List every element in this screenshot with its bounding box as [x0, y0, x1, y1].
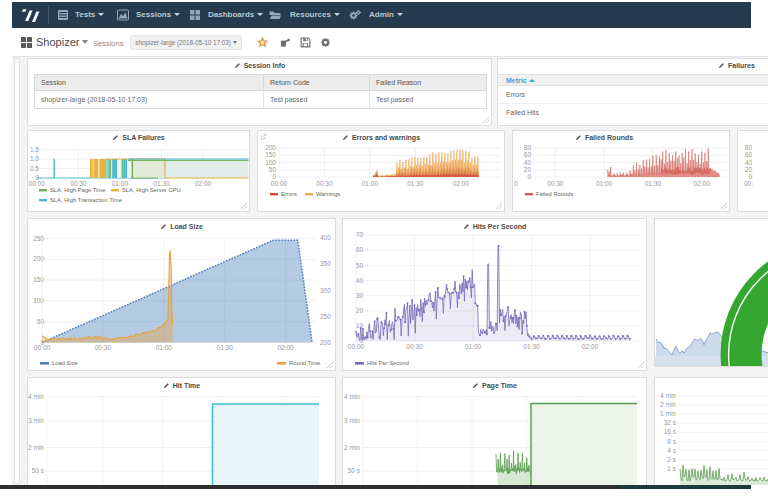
svg-text:32 s: 32 s: [664, 419, 677, 426]
svg-text:2 min: 2 min: [28, 444, 44, 451]
svg-text:01:00: 01:00: [362, 180, 379, 187]
svg-text:100: 100: [33, 297, 44, 304]
svg-text:80: 80: [524, 144, 532, 151]
svg-text:2 min: 2 min: [660, 401, 676, 408]
svg-text:Errors: Errors: [281, 191, 297, 197]
svg-text:0: 0: [514, 180, 518, 187]
svg-text:02:00: 02:00: [195, 180, 212, 187]
svg-text:1 min: 1 min: [660, 410, 676, 417]
svg-text:60: 60: [745, 151, 753, 158]
svg-text:SLA, High Transaction Time: SLA, High Transaction Time: [50, 197, 122, 203]
svg-text:00:30: 00:30: [547, 180, 564, 187]
svg-text:80: 80: [745, 144, 753, 151]
svg-text:01:30: 01:30: [645, 180, 662, 187]
svg-text:01:00: 01:00: [465, 343, 482, 350]
svg-text:Failed Rounds: Failed Rounds: [536, 191, 573, 197]
svg-text:00:30: 00:30: [316, 180, 333, 187]
svg-text:16 s: 16 s: [664, 428, 677, 435]
svg-text:50: 50: [269, 166, 277, 173]
svg-text:00:00: 00:00: [34, 344, 51, 351]
svg-text:4 min: 4 min: [660, 392, 676, 399]
svg-text:SLA, High Server CPU: SLA, High Server CPU: [122, 187, 181, 193]
svg-text:0: 0: [748, 173, 752, 180]
svg-text:1.0: 1.0: [30, 155, 39, 162]
svg-text:150: 150: [265, 151, 276, 158]
svg-text:Round Time: Round Time: [289, 360, 320, 366]
svg-text:02:00: 02:00: [453, 180, 470, 187]
svg-text:350: 350: [320, 260, 331, 267]
svg-text:02:00: 02:00: [694, 180, 711, 187]
svg-text:400: 400: [320, 234, 331, 241]
svg-text:20: 20: [356, 307, 364, 314]
svg-text:00:: 00:: [744, 180, 753, 187]
svg-text:50: 50: [356, 262, 364, 269]
svg-text:02:00: 02:00: [277, 344, 294, 351]
svg-text:60: 60: [356, 246, 364, 253]
svg-text:00:30: 00:30: [70, 180, 87, 187]
svg-text:00:30: 00:30: [95, 344, 112, 351]
svg-text:50 s: 50 s: [32, 467, 45, 474]
svg-text:01:00: 01:00: [112, 180, 129, 187]
svg-text:Load Size: Load Size: [52, 360, 78, 366]
svg-text:3 min: 3 min: [28, 417, 44, 424]
svg-text:0: 0: [527, 173, 531, 180]
svg-text:4 min: 4 min: [28, 393, 44, 400]
svg-text:150: 150: [33, 276, 44, 283]
svg-text:60: 60: [524, 151, 532, 158]
svg-text:40: 40: [524, 159, 532, 166]
svg-text:1 s: 1 s: [667, 465, 676, 472]
svg-text:20: 20: [745, 166, 753, 173]
svg-text:8 s: 8 s: [667, 438, 676, 445]
svg-text:40: 40: [745, 159, 753, 166]
svg-text:01:00: 01:00: [156, 344, 173, 351]
svg-text:00:30: 00:30: [406, 343, 423, 350]
svg-text:1.5: 1.5: [30, 146, 39, 153]
svg-text:Hits Per Second: Hits Per Second: [367, 360, 409, 366]
svg-text:200: 200: [265, 144, 276, 151]
svg-text:40: 40: [356, 277, 364, 284]
svg-text:200: 200: [320, 339, 331, 346]
svg-text:50 s: 50 s: [348, 467, 361, 474]
svg-text:2 min: 2 min: [344, 444, 360, 451]
svg-text:100: 100: [265, 159, 276, 166]
svg-text:4 min: 4 min: [344, 393, 360, 400]
svg-text:30: 30: [356, 292, 364, 299]
svg-text:00:00: 00:00: [348, 343, 365, 350]
svg-text:01:30: 01:30: [523, 343, 540, 350]
svg-text:Warnings: Warnings: [316, 191, 340, 197]
svg-text:20: 20: [524, 166, 532, 173]
svg-text:50: 50: [37, 318, 45, 325]
svg-text:01:30: 01:30: [217, 344, 234, 351]
svg-text:250: 250: [320, 313, 331, 320]
svg-text:3 min: 3 min: [344, 417, 360, 424]
svg-text:00:00: 00:00: [29, 180, 46, 187]
svg-text:00:00: 00:00: [271, 180, 288, 187]
svg-text:2 s: 2 s: [667, 456, 676, 463]
svg-text:01:00: 01:00: [596, 180, 613, 187]
svg-text:0.5: 0.5: [30, 165, 39, 172]
svg-text:70: 70: [356, 231, 364, 238]
svg-text:200: 200: [33, 255, 44, 262]
svg-text:SLA, High Page Time: SLA, High Page Time: [50, 187, 105, 193]
svg-text:300: 300: [320, 287, 331, 294]
svg-text:4 s: 4 s: [667, 447, 676, 454]
svg-text:250: 250: [33, 235, 44, 242]
svg-text:01:30: 01:30: [153, 180, 170, 187]
svg-text:02:00: 02:00: [582, 343, 599, 350]
svg-text:01:30: 01:30: [407, 180, 424, 187]
svg-text:0: 0: [272, 173, 276, 180]
svg-text:10: 10: [356, 322, 364, 329]
